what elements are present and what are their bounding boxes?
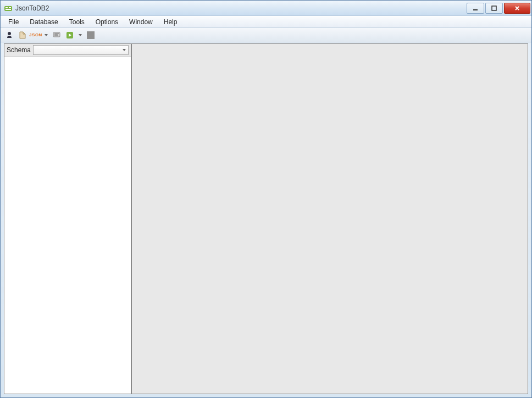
window-controls	[465, 3, 530, 14]
menu-tools[interactable]: Tools	[64, 17, 90, 27]
minimize-button[interactable]	[467, 3, 484, 14]
schema-label: Schema	[7, 46, 31, 54]
execute-icon[interactable]	[64, 30, 75, 41]
menubar: File Database Tools Options Window Help	[1, 16, 531, 28]
connect-icon[interactable]	[4, 30, 15, 41]
chevron-down-icon	[79, 34, 82, 36]
schema-select[interactable]	[33, 45, 129, 55]
execute-dropdown[interactable]	[77, 30, 83, 41]
toolbar: JSON	[1, 28, 531, 42]
svg-rect-1	[5, 7, 8, 8]
stop-button[interactable]	[85, 30, 96, 41]
window-title: JsonToDB2	[15, 4, 465, 12]
menu-database[interactable]: Database	[24, 17, 63, 27]
svg-rect-3	[5, 9, 11, 10]
json-label: JSON	[29, 32, 42, 37]
menu-window[interactable]: Window	[124, 17, 158, 27]
main-panel	[132, 44, 528, 394]
close-button[interactable]	[504, 3, 530, 14]
app-window: JsonToDB2 File Database Tools Options Wi…	[0, 0, 532, 398]
file-icon[interactable]	[17, 30, 28, 41]
chevron-down-icon	[123, 49, 126, 51]
maximize-button[interactable]	[485, 3, 503, 14]
json-import-button[interactable]: JSON	[30, 30, 41, 41]
sidebar: Schema	[4, 44, 132, 394]
content-area: Schema	[4, 43, 528, 394]
stop-icon	[87, 31, 95, 39]
svg-rect-5	[492, 6, 496, 10]
svg-rect-4	[473, 9, 478, 10]
svg-rect-2	[9, 7, 11, 8]
titlebar: JsonToDB2	[1, 1, 531, 16]
menu-options[interactable]: Options	[90, 17, 124, 27]
menu-help[interactable]: Help	[158, 17, 183, 27]
chevron-down-icon	[45, 34, 48, 36]
svg-rect-0	[4, 6, 12, 11]
app-icon	[4, 4, 13, 13]
query-icon[interactable]	[51, 30, 62, 41]
schema-tree[interactable]	[4, 57, 131, 394]
menu-file[interactable]: File	[3, 17, 24, 27]
json-dropdown[interactable]	[43, 30, 49, 41]
svg-point-6	[8, 32, 11, 35]
schema-row: Schema	[4, 44, 131, 57]
